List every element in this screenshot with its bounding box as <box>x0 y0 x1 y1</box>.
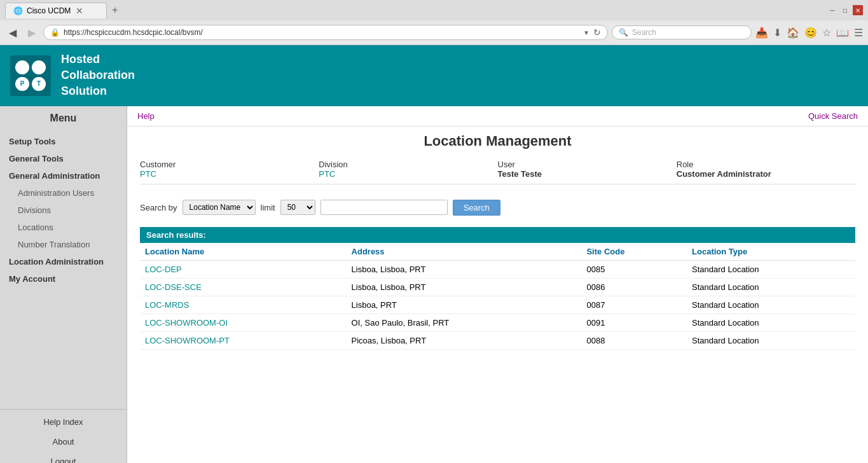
table-cell-location-name[interactable]: LOC-SHOWROOM-OI <box>140 314 347 331</box>
table-cell-site-code: 0091 <box>581 314 687 331</box>
bookmark-pocket-icon[interactable]: 📥 <box>755 27 768 39</box>
table-cell-location-type: Standard Location <box>687 278 855 296</box>
url-text: https://hcspiccucdm.hcsdcpic.local/bvsm/ <box>64 28 581 37</box>
logo-dot-1 <box>15 60 29 74</box>
address-bar[interactable]: 🔒 https://hcspiccucdm.hcsdcpic.local/bvs… <box>43 25 608 40</box>
table-cell-location-name[interactable]: LOC-MRDS <box>140 296 347 314</box>
browser-toolbar-icons: 📥 ⬇ 🏠 😊 ☆ 📖 ☰ <box>755 27 863 39</box>
content-body: Location Management Customer PTC Divisio… <box>127 127 868 356</box>
search-by-select[interactable]: Location Name Site Code Address <box>183 200 256 215</box>
role-label: Role <box>677 160 855 169</box>
table-cell-location-type: Standard Location <box>687 331 855 349</box>
division-label: Division <box>319 160 497 169</box>
customer-value[interactable]: PTC <box>140 169 319 179</box>
sidebar-item-my-account[interactable]: My Account <box>0 270 127 287</box>
info-col-role: Role Customer Administrator <box>677 160 855 179</box>
book-icon[interactable]: 📖 <box>836 27 849 39</box>
col-header-address: Address <box>347 243 582 261</box>
table-cell-site-code: 0086 <box>581 278 687 296</box>
browser-search-bar[interactable]: 🔍 Search <box>612 25 752 39</box>
sidebar-item-general-administration[interactable]: General Administration <box>0 167 127 184</box>
table-cell-location-name[interactable]: LOC-DEP <box>140 260 347 278</box>
page-title: Location Management <box>140 133 855 149</box>
table-row: LOC-SHOWROOM-OIOI, Sao Paulo, Brasil, PR… <box>140 314 855 331</box>
sidebar-logout[interactable]: Logout <box>0 452 127 463</box>
limit-select[interactable]: 10 25 50 100 <box>280 200 315 215</box>
sidebar: Menu Setup Tools General Tools General A… <box>0 106 127 463</box>
table-cell-site-code: 0087 <box>581 296 687 314</box>
table-cell-address: OI, Sao Paulo, Brasil, PRT <box>347 314 582 331</box>
star-icon[interactable]: ☆ <box>822 27 831 39</box>
table-row: LOC-MRDSLisboa, PRT0087Standard Location <box>140 296 855 314</box>
logo-dot-t: T <box>32 77 46 91</box>
main-layout: Menu Setup Tools General Tools General A… <box>0 106 868 463</box>
table-cell-address: Lisboa, Lisboa, PRT <box>347 278 582 296</box>
sidebar-item-divisions[interactable]: Divisions <box>0 202 127 219</box>
search-button[interactable]: Search <box>453 200 500 216</box>
table-cell-address: Lisboa, Lisboa, PRT <box>347 260 582 278</box>
download-icon[interactable]: ⬇ <box>773 27 782 39</box>
tab-favicon: 🌐 <box>13 6 23 15</box>
search-placeholder: Search <box>632 28 656 37</box>
col-header-site-code: Site Code <box>581 243 687 261</box>
division-value[interactable]: PTC <box>319 169 497 179</box>
close-button[interactable]: ✕ <box>853 5 863 15</box>
table-cell-address: Picoas, Lisboa, PRT <box>347 331 582 349</box>
sidebar-about[interactable]: About <box>0 432 127 452</box>
table-cell-location-name[interactable]: LOC-SHOWROOM-PT <box>140 331 347 349</box>
info-grid: Customer PTC Division PTC User Teste Tes… <box>140 160 855 184</box>
table-body: LOC-DEPLisboa, Lisboa, PRT0085Standard L… <box>140 260 855 349</box>
app-logo: P T <box>10 55 51 96</box>
col-header-location-type: Location Type <box>687 243 855 261</box>
sidebar-footer: Help Index About Logout <box>0 409 127 463</box>
new-tab-button[interactable]: + <box>107 4 123 16</box>
sidebar-title: Menu <box>0 106 127 133</box>
col-header-location-name: Location Name <box>140 243 347 261</box>
sidebar-item-locations[interactable]: Locations <box>0 219 127 236</box>
smiley-icon[interactable]: 😊 <box>804 27 817 39</box>
sidebar-item-setup-tools[interactable]: Setup Tools <box>0 133 127 150</box>
table-cell-address: Lisboa, PRT <box>347 296 582 314</box>
sidebar-item-general-tools[interactable]: General Tools <box>0 150 127 167</box>
reload-button[interactable]: ↻ <box>593 27 601 38</box>
home-icon[interactable]: 🏠 <box>787 27 799 39</box>
user-value: Teste Teste <box>498 169 677 179</box>
sidebar-item-location-administration[interactable]: Location Administration <box>0 253 127 270</box>
menu-icon[interactable]: ☰ <box>854 27 863 39</box>
tab-close-button[interactable]: ✕ <box>76 6 83 16</box>
sidebar-help-index[interactable]: Help Index <box>0 412 127 432</box>
app-title: Hosted Collaboration Solution <box>61 52 135 100</box>
search-input[interactable] <box>320 200 448 215</box>
user-label: User <box>498 160 677 169</box>
search-bar: Search by Location Name Site Code Addres… <box>140 195 855 221</box>
table-cell-location-name[interactable]: LOC-DSE-SCE <box>140 278 347 296</box>
browser-tab[interactable]: 🌐 Cisco UCDM ✕ <box>5 3 107 18</box>
help-link[interactable]: Help <box>137 111 155 121</box>
table-row: LOC-DSE-SCELisboa, Lisboa, PRT0086Standa… <box>140 278 855 296</box>
minimize-button[interactable]: ─ <box>827 5 837 15</box>
content-topbar: Help Quick Search <box>127 106 868 127</box>
table-cell-location-type: Standard Location <box>687 260 855 278</box>
sidebar-nav: Menu Setup Tools General Tools General A… <box>0 106 127 409</box>
back-button[interactable]: ◀ <box>5 25 20 40</box>
table-cell-location-type: Standard Location <box>687 296 855 314</box>
table-cell-location-type: Standard Location <box>687 314 855 331</box>
limit-label: limit <box>261 203 275 212</box>
forward-button[interactable]: ▶ <box>24 25 39 40</box>
window-controls: ─ □ ✕ <box>827 5 863 15</box>
table-row: LOC-DEPLisboa, Lisboa, PRT0085Standard L… <box>140 260 855 278</box>
info-col-user: User Teste Teste <box>498 160 677 179</box>
table-row: LOC-SHOWROOM-PTPicoas, Lisboa, PRT0088St… <box>140 331 855 349</box>
sidebar-item-administration-users[interactable]: Administration Users <box>0 184 127 202</box>
table-cell-site-code: 0085 <box>581 260 687 278</box>
logo-dot-2 <box>32 60 46 74</box>
app-header: P T Hosted Collaboration Solution <box>0 45 868 106</box>
address-dropdown-icon: ▼ <box>583 29 589 36</box>
maximize-button[interactable]: □ <box>840 5 850 15</box>
app-title-line2: Collaboration <box>61 67 135 83</box>
sidebar-item-number-translation[interactable]: Number Translation <box>0 236 127 253</box>
browser-toolbar: ◀ ▶ 🔒 https://hcspiccucdm.hcsdcpic.local… <box>0 20 868 45</box>
search-by-label: Search by <box>140 203 177 212</box>
tab-title: Cisco UCDM <box>27 6 71 15</box>
quick-search-link[interactable]: Quick Search <box>808 111 858 121</box>
